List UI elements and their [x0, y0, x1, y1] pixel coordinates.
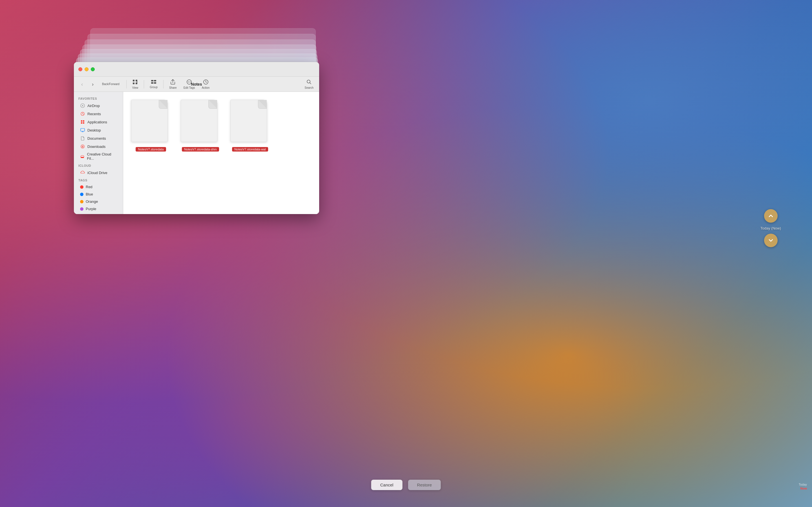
tag-red-label: Red: [86, 185, 93, 189]
window-content: Favorites AirDrop Recents: [74, 92, 319, 214]
close-button[interactable]: [79, 67, 82, 71]
favorites-section-label: Favorites: [74, 95, 123, 101]
recents-icon: [80, 111, 85, 116]
window-title: Notes: [191, 82, 202, 87]
cancel-button[interactable]: Cancel: [371, 480, 402, 490]
downloads-icon: [80, 144, 85, 149]
tags-section-label: Tags: [74, 177, 123, 183]
file-item-1[interactable]: NotesV7.storedata: [129, 98, 173, 154]
timeline-now-label: Now: [801, 487, 807, 490]
file-icon-container-1: [131, 100, 170, 145]
timeline: Today Now: [799, 483, 807, 490]
sidebar-item-tag-blue[interactable]: Blue: [75, 191, 121, 198]
sidebar: Favorites AirDrop Recents: [74, 92, 123, 214]
time-nav-down-button[interactable]: [764, 234, 777, 247]
file-icon-2: [181, 100, 217, 142]
applications-label: Applications: [87, 120, 107, 124]
today-now-label: Today (Now): [760, 226, 781, 230]
back-forward-nav: ‹ ›: [77, 79, 98, 89]
airdrop-label: AirDrop: [87, 104, 100, 108]
forward-button[interactable]: ›: [88, 79, 98, 89]
downloads-label: Downloads: [87, 145, 105, 149]
time-nav-up-button[interactable]: [764, 209, 777, 223]
sidebar-item-tag-home[interactable]: Home: [75, 213, 121, 214]
search-button[interactable]: Search: [302, 78, 316, 91]
svg-point-9: [188, 81, 189, 82]
sidebar-item-creative-cloud[interactable]: Creative Cloud Fil...: [75, 151, 121, 162]
svg-rect-6: [151, 82, 153, 83]
sidebar-item-tag-orange[interactable]: Orange: [75, 198, 121, 205]
group-button[interactable]: Group: [147, 78, 160, 90]
documents-icon: [80, 136, 85, 141]
share-icon: [170, 79, 175, 86]
sidebar-item-tag-purple[interactable]: Purple: [75, 205, 121, 212]
svg-rect-16: [83, 120, 84, 122]
svg-rect-2: [133, 82, 135, 84]
file-label-2: NotesV7.storedata-shm: [182, 147, 219, 152]
desktop-label: Desktop: [87, 128, 101, 132]
file-area[interactable]: NotesV7.storedata NotesV7.storedata-shm …: [123, 92, 319, 214]
file-icon-container-3: [231, 100, 270, 145]
sidebar-item-downloads[interactable]: Downloads: [75, 143, 121, 151]
icloud-drive-label: iCloud Drive: [87, 171, 107, 175]
share-button[interactable]: Share: [167, 78, 179, 91]
view-icon: [132, 79, 138, 86]
recents-label: Recents: [87, 112, 101, 116]
tag-red-dot: [80, 185, 84, 189]
file-label-3: NotesV7.storedata-wal: [232, 147, 268, 152]
group-label: Group: [150, 86, 158, 89]
svg-rect-5: [154, 80, 156, 81]
svg-rect-15: [81, 120, 82, 122]
toolbar-divider-1: [126, 80, 126, 89]
svg-rect-4: [151, 80, 153, 81]
sidebar-item-airdrop[interactable]: AirDrop: [75, 102, 121, 110]
minimize-button[interactable]: [85, 67, 89, 71]
restore-button[interactable]: Restore: [408, 480, 441, 490]
tag-orange-label: Orange: [86, 200, 98, 204]
file-item-2[interactable]: NotesV7.storedata-shm: [179, 98, 222, 154]
svg-rect-21: [81, 157, 84, 158]
back-icon: ‹: [80, 80, 85, 88]
applications-icon: [80, 119, 85, 124]
file-icon-3: [231, 100, 267, 142]
sidebar-item-desktop[interactable]: Desktop: [75, 126, 121, 134]
view-label: View: [132, 86, 139, 89]
tag-blue-label: Blue: [86, 192, 93, 196]
svg-rect-17: [81, 122, 82, 124]
file-item-3[interactable]: NotesV7.storedata-wal: [228, 98, 272, 154]
view-button[interactable]: View: [130, 78, 141, 91]
tag-purple-dot: [80, 207, 84, 211]
sidebar-item-documents[interactable]: Documents: [75, 134, 121, 142]
edit-tags-label: Edit Tags: [184, 86, 195, 89]
traffic-lights: [79, 67, 95, 71]
group-icon: [151, 80, 156, 85]
search-icon: [306, 79, 312, 86]
back-forward-label: Back/Forward: [102, 82, 119, 86]
finder-window: ‹ › Back/Forward View: [74, 62, 319, 214]
search-label: Search: [305, 86, 313, 89]
svg-rect-0: [133, 80, 135, 81]
svg-point-12: [307, 80, 310, 83]
svg-point-10: [190, 81, 191, 82]
icloud-drive-icon: [80, 170, 85, 175]
back-forward-label-group: Back/Forward: [102, 82, 119, 86]
sidebar-item-icloud-drive[interactable]: iCloud Drive: [75, 169, 121, 177]
tag-orange-dot: [80, 200, 84, 203]
desktop-icon: [80, 128, 85, 133]
file-icon-1: [131, 100, 168, 142]
sidebar-item-recents[interactable]: Recents: [75, 110, 121, 118]
time-machine-nav: Today (Now): [760, 209, 781, 247]
creative-cloud-icon: [80, 154, 85, 159]
sidebar-item-applications[interactable]: Applications: [75, 118, 121, 126]
sidebar-item-tag-red[interactable]: Red: [75, 183, 121, 190]
back-button[interactable]: ‹: [77, 79, 87, 89]
svg-rect-18: [83, 122, 84, 124]
maximize-button[interactable]: [91, 67, 95, 71]
documents-label: Documents: [87, 136, 106, 140]
svg-rect-19: [81, 128, 85, 131]
file-icon-container-2: [181, 100, 220, 145]
action-icon: [203, 79, 209, 86]
timeline-today-label: Today: [799, 483, 807, 486]
title-bar: [74, 62, 319, 76]
icloud-section-label: iCloud: [74, 162, 123, 168]
